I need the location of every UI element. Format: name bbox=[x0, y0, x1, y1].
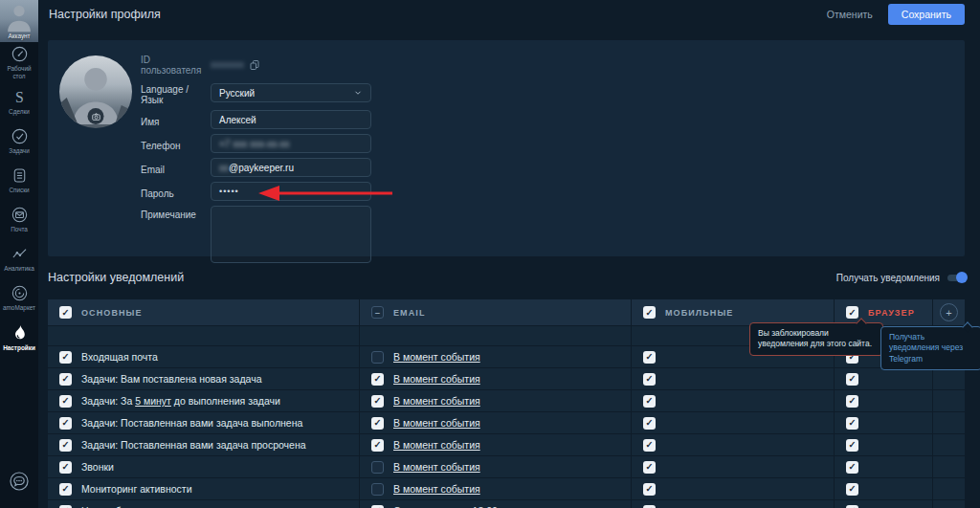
table-row: ✓Мониторинг активностиВ момент события✓✓ bbox=[48, 478, 965, 500]
sidebar-item-desktop[interactable]: Рабочий стол bbox=[0, 43, 38, 81]
form-row-id: ID пользователя xxxxxxx bbox=[141, 51, 371, 76]
topbar: Настройки профиля Отменить Сохранить bbox=[38, 0, 980, 29]
avatar[interactable] bbox=[59, 55, 132, 128]
row-label: Задачи: Поставленная вами задача выполне… bbox=[81, 417, 302, 429]
email-mode-link[interactable]: В момент события bbox=[393, 395, 480, 407]
svg-text:S: S bbox=[15, 89, 24, 105]
checkbox[interactable]: ✓ bbox=[643, 417, 656, 430]
column-header-mobile: МОБИЛЬНЫЕ bbox=[665, 308, 733, 318]
checkbox[interactable]: ✓ bbox=[643, 439, 656, 452]
checkbox[interactable]: ✓ bbox=[846, 461, 858, 474]
checkbox[interactable]: ✓ bbox=[59, 351, 72, 364]
column-checkbox-email[interactable]: – bbox=[371, 306, 384, 319]
phone-input[interactable]: +7 xxx xxx-xx-xx bbox=[211, 134, 371, 153]
checkbox[interactable]: ✓ bbox=[59, 461, 72, 474]
table-row: ✓Задачи: Поставленная вами задача просро… bbox=[48, 434, 965, 456]
sidebar-item-lists[interactable]: Списки bbox=[0, 161, 38, 199]
note-label: Примечание bbox=[141, 206, 211, 220]
checkbox[interactable]: ✓ bbox=[846, 439, 858, 452]
form-row-language: Language / Язык Русский bbox=[141, 80, 371, 105]
form-row-email: Email xx @paykeeper.ru bbox=[141, 158, 371, 177]
email-mode-link[interactable]: В момент события bbox=[393, 417, 480, 429]
password-input[interactable]: ••••• bbox=[211, 182, 371, 201]
checkbox[interactable]: ✓ bbox=[59, 417, 72, 430]
checkbox[interactable]: ✓ bbox=[59, 483, 72, 496]
row-label-link[interactable]: 5 минут bbox=[135, 395, 171, 407]
chevron-down-icon bbox=[353, 88, 363, 98]
checkbox[interactable] bbox=[371, 351, 384, 364]
checkbox[interactable]: ✓ bbox=[371, 373, 384, 386]
email-mode-link[interactable]: В момент события bbox=[393, 351, 480, 363]
dashboard-gauge-icon bbox=[10, 44, 30, 64]
support-chat-button[interactable] bbox=[8, 470, 31, 497]
checkbox[interactable]: ✓ bbox=[846, 483, 858, 496]
sidebar-item-tasks[interactable]: Задачи bbox=[0, 121, 38, 160]
table-row: ✓Неразобранное✓Один раз в день 18:00✓✓ bbox=[48, 500, 965, 508]
email-mode-link[interactable]: В момент события bbox=[393, 373, 480, 385]
table-row: ✓Задачи: Поставленная вами задача выполн… bbox=[48, 412, 965, 434]
row-label: Звонки bbox=[81, 461, 114, 473]
password-label: Пароль bbox=[141, 185, 211, 199]
checkbox[interactable]: ✓ bbox=[643, 505, 656, 508]
password-value: ••••• bbox=[219, 187, 239, 196]
sidebar-item-mail[interactable]: Почта bbox=[0, 200, 38, 238]
checkbox[interactable]: ✓ bbox=[643, 461, 656, 474]
sidebar-item-settings[interactable]: Настройки bbox=[0, 318, 38, 356]
name-input[interactable]: Алексей bbox=[211, 110, 371, 129]
profile-panel: ID пользователя xxxxxxx Language / Язык … bbox=[48, 40, 965, 256]
checkbox[interactable]: ✓ bbox=[59, 373, 72, 386]
deals-s-icon: S bbox=[10, 87, 30, 107]
checkbox[interactable]: ✓ bbox=[846, 395, 858, 408]
sidebar-item-deals[interactable]: S Сделки bbox=[0, 82, 38, 121]
sidebar-item-label: Аккаунт bbox=[0, 33, 38, 40]
email-mode-link[interactable]: В момент события bbox=[393, 439, 480, 451]
note-textarea[interactable] bbox=[211, 206, 371, 263]
checkbox[interactable]: ✓ bbox=[643, 395, 656, 408]
cancel-button[interactable]: Отменить bbox=[827, 9, 873, 20]
add-column-button[interactable]: + bbox=[940, 303, 958, 321]
sidebar-item-account[interactable]: Аккаунт bbox=[0, 0, 38, 42]
checkbox[interactable]: ✓ bbox=[643, 351, 656, 364]
copy-icon[interactable] bbox=[249, 59, 260, 71]
column-checkbox-main[interactable]: ✓ bbox=[59, 306, 72, 319]
checkbox[interactable]: ✓ bbox=[59, 439, 72, 452]
checkbox[interactable] bbox=[371, 461, 384, 474]
email-mode-link[interactable]: В момент события bbox=[393, 483, 480, 495]
market-icon bbox=[10, 283, 30, 303]
checkbox[interactable]: ✓ bbox=[59, 395, 72, 408]
checkbox[interactable]: ✓ bbox=[371, 395, 384, 408]
mail-icon bbox=[10, 205, 30, 225]
change-photo-button[interactable] bbox=[88, 108, 104, 124]
checkbox[interactable]: ✓ bbox=[846, 505, 858, 508]
browser-blocked-tooltip: Вы заблокировали уведомления для этого с… bbox=[749, 322, 883, 356]
sidebar-item-amomarket[interactable]: amoМаркет bbox=[0, 278, 38, 317]
checkbox[interactable]: ✓ bbox=[371, 417, 384, 430]
column-header-email: EMAIL bbox=[393, 308, 426, 318]
checkbox[interactable] bbox=[371, 483, 384, 496]
notifications-toggle[interactable] bbox=[947, 275, 965, 281]
save-button[interactable]: Сохранить bbox=[888, 4, 965, 25]
table-row: ✓ЗвонкиВ момент события✓✓ bbox=[48, 456, 965, 478]
checkbox[interactable]: ✓ bbox=[643, 483, 656, 496]
checkbox[interactable]: ✓ bbox=[59, 505, 72, 508]
sidebar: Аккаунт Рабочий стол S Сделки Задачи Спи… bbox=[0, 0, 38, 508]
row-label: Задачи: Поставленная вами задача просроч… bbox=[81, 439, 306, 451]
column-checkbox-mobile[interactable]: ✓ bbox=[643, 306, 656, 319]
row-label: Входящая почта bbox=[81, 351, 158, 363]
camera-icon bbox=[91, 112, 100, 121]
checkbox[interactable]: ✓ bbox=[371, 505, 384, 508]
checkbox[interactable]: ✓ bbox=[371, 439, 384, 452]
language-select[interactable]: Русский bbox=[211, 83, 371, 102]
column-checkbox-browser[interactable]: ✓ bbox=[846, 306, 858, 319]
sidebar-item-analytics[interactable]: Аналитика bbox=[0, 239, 38, 277]
checkbox[interactable]: ✓ bbox=[846, 373, 858, 386]
checkbox[interactable]: ✓ bbox=[643, 373, 656, 386]
email-prefix: xx bbox=[219, 163, 229, 173]
form-row-phone: Телефон +7 xxx xxx-xx-xx bbox=[141, 134, 371, 153]
email-mode-link[interactable]: В момент события bbox=[393, 461, 480, 473]
checkbox[interactable]: ✓ bbox=[846, 417, 858, 430]
form-row-password: Пароль ••••• bbox=[141, 182, 371, 201]
row-label: Задачи: Вам поставлена новая задача bbox=[81, 373, 261, 385]
email-input[interactable]: xx @paykeeper.ru bbox=[211, 158, 371, 177]
sidebar-item-label: Аналитика bbox=[4, 265, 34, 273]
